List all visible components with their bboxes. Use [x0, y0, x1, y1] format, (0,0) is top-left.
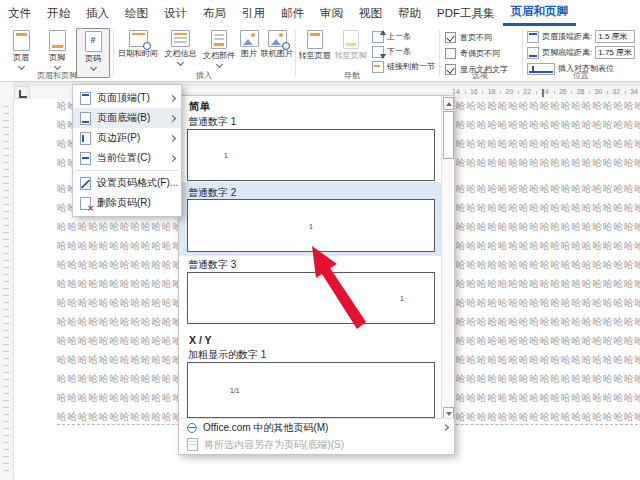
gallery-item-label: 普通数字 3: [188, 258, 236, 272]
tab-7[interactable]: 引用: [234, 0, 273, 26]
doc-info-icon: [171, 30, 190, 47]
globe-icon: [187, 423, 197, 433]
menu-item-2[interactable]: 页面底端(B): [73, 108, 181, 128]
menu-item-5[interactable]: 设置页码格式(F)...: [73, 173, 181, 193]
ruler-tick: [3, 197, 9, 198]
ruler-tick: [3, 449, 9, 450]
ruler-tick: [3, 148, 9, 149]
gallery-item-3[interactable]: 1: [187, 272, 435, 324]
submenu-arrow-icon: [169, 114, 176, 121]
gallery-preview-number: 1/1: [230, 387, 240, 394]
ruler-number: 18: [485, 88, 499, 95]
ruler-tick: [3, 372, 9, 373]
menu-item-icon: [80, 152, 91, 165]
ruler-number: 34: [627, 88, 640, 95]
datetime-button[interactable]: 日期和时间: [115, 28, 161, 78]
scroll-down-icon: [446, 412, 452, 416]
page-number-menu: 页面顶端(T)页面底端(B)页边距(P)当前位置(C)设置页码格式(F)...✕…: [72, 84, 182, 217]
gallery-scrollbar[interactable]: [441, 96, 454, 421]
menu-item-4[interactable]: 当前位置(C): [73, 148, 181, 168]
doc-info-button-label: 文档信息: [165, 49, 197, 58]
gallery-item-1[interactable]: 1: [187, 129, 435, 181]
header-from-top-input[interactable]: 1.5 厘米: [595, 30, 635, 43]
tab-2[interactable]: 开始: [39, 0, 78, 26]
ruler-tick: [3, 141, 9, 142]
tab-stop-selector[interactable]: [14, 86, 30, 99]
group-label-insert: 插入: [164, 70, 244, 81]
checkbox-label: 首页不同: [460, 32, 492, 43]
link-to-previous-button-label: 链接到前一节: [387, 61, 435, 72]
header-icon: [13, 30, 30, 51]
menu-item-label: 页面底端(B): [97, 111, 170, 125]
tab-13[interactable]: 页眉和页脚: [503, 0, 577, 26]
ruler-number: 22: [520, 88, 534, 95]
ruler-tick: [3, 400, 9, 401]
header-from-top-icon: [527, 31, 539, 43]
ruler-tick: [3, 246, 9, 247]
previous-button[interactable]: 上一条: [372, 30, 411, 43]
header-button-label: 页眉: [13, 53, 29, 62]
menu-item-3[interactable]: 页边距(P): [73, 128, 181, 148]
ruler-tick: [3, 134, 9, 135]
ruler-tick: [3, 442, 9, 443]
ruler-tick: [482, 91, 483, 94]
option-checkbox-1[interactable]: 首页不同: [445, 31, 508, 44]
scroll-up-icon: [446, 102, 452, 106]
menu-item-icon: [80, 177, 91, 190]
footer-from-bottom-row: 页脚底端距离: 1.75 厘米: [527, 46, 635, 59]
gallery-item-label: 普通数字 2: [188, 186, 236, 200]
scroll-up-button[interactable]: [443, 97, 454, 110]
ruler-tick: [3, 113, 9, 114]
ruler-tick: [3, 414, 9, 415]
pictures-button-label: 图片: [241, 49, 257, 58]
menu-item-icon: [80, 132, 91, 145]
ruler-tick: [3, 120, 9, 121]
goto-footer-button-label: 转至页脚: [335, 51, 367, 60]
tab-4[interactable]: 绘图: [117, 0, 156, 26]
datetime-icon: [129, 30, 148, 47]
chevron-down-icon: [177, 59, 184, 66]
menu-item-1[interactable]: 页面顶端(T): [73, 88, 181, 108]
ribbon-separator: [113, 30, 114, 76]
ruler-tick: [3, 456, 9, 457]
tab-11[interactable]: 帮助: [390, 0, 429, 26]
pictures-icon: [240, 30, 259, 47]
footer-from-bottom-icon: [527, 47, 539, 59]
checkbox-label: 奇偶页不同: [460, 48, 500, 59]
option-checkbox-2[interactable]: 奇偶页不同: [445, 47, 508, 60]
checkbox-icon: [445, 48, 456, 59]
menu-item-label: 页面顶端(T): [97, 91, 170, 105]
tab-6[interactable]: 布局: [195, 0, 234, 26]
footer-from-bottom-input[interactable]: 1.75 厘米: [595, 46, 635, 59]
save-selection-icon: [187, 438, 198, 451]
next-button[interactable]: 下一条: [372, 45, 411, 58]
gallery-item-4[interactable]: 1/1: [187, 362, 435, 418]
tab-3[interactable]: 插入: [78, 0, 117, 26]
ruler-tick: [3, 218, 9, 219]
menu-item-6[interactable]: ✕删除页码(R): [73, 193, 181, 213]
ribbon-separator: [522, 30, 523, 76]
indent-marker[interactable]: [542, 89, 544, 97]
tab-9[interactable]: 审阅: [312, 0, 351, 26]
ruler-tick: [500, 91, 501, 94]
ruler-tick: [3, 323, 9, 324]
ruler-number: 16: [467, 88, 481, 95]
ruler-tick: [3, 435, 9, 436]
ruler-tick: [3, 302, 9, 303]
ruler-tick: [3, 337, 9, 338]
tab-5[interactable]: 设计: [156, 0, 195, 26]
ruler-tick: [3, 162, 9, 163]
online-pictures-button[interactable]: 联机图片: [260, 28, 294, 78]
scrollbar-thumb[interactable]: [443, 111, 454, 159]
more-page-numbers-item[interactable]: Office.com 中的其他页码(M): [179, 419, 454, 436]
gallery-item-2[interactable]: 1: [187, 199, 435, 252]
tab-12[interactable]: PDF工具集: [429, 0, 503, 26]
submenu-arrow-icon: [442, 424, 449, 431]
tab-10[interactable]: 视图: [351, 0, 390, 26]
tab-8[interactable]: 邮件: [273, 0, 312, 26]
ruler-tick: [3, 211, 9, 212]
ruler-tick: [465, 91, 466, 94]
ruler-number: 14: [449, 88, 463, 95]
vertical-ruler[interactable]: [0, 81, 14, 480]
tab-1[interactable]: 文件: [0, 0, 39, 26]
